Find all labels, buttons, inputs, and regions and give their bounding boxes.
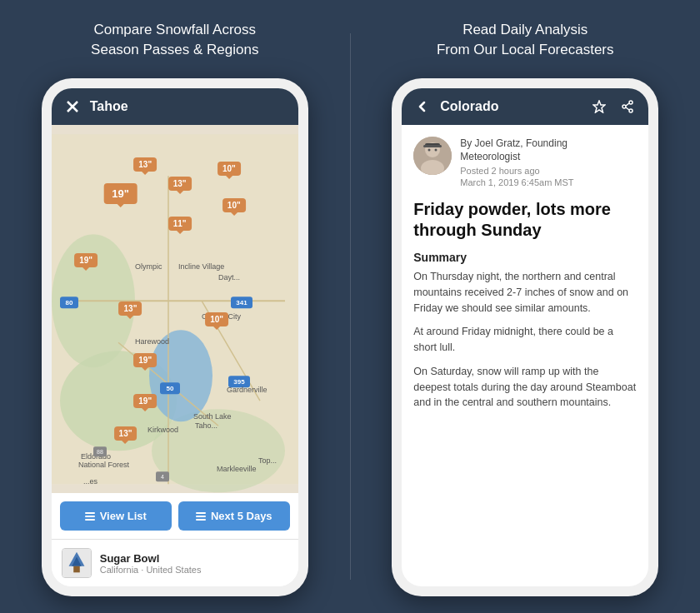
author-name: By Joel Gratz, Founding Meteorologist: [460, 137, 573, 165]
back-icon[interactable]: [413, 97, 432, 116]
right-topbar: Colorado: [402, 88, 648, 125]
marker-7: 19": [74, 253, 98, 267]
post-time: Posted 2 hours ago: [460, 166, 573, 176]
svg-point-5: [152, 409, 285, 492]
svg-text:88: 88: [97, 449, 103, 455]
svg-rect-42: [196, 512, 206, 514]
svg-line-54: [626, 107, 629, 110]
article-para-2: At around Friday midnight, there could b…: [413, 324, 637, 356]
author-meta: By Joel Gratz, Founding Meteorologist Po…: [460, 137, 573, 188]
author-row: By Joel Gratz, Founding Meteorologist Po…: [413, 137, 637, 188]
svg-line-53: [626, 103, 629, 106]
next-5-days-button[interactable]: Next 5 Days: [178, 501, 290, 531]
svg-text:...es: ...es: [83, 477, 98, 486]
right-phone: Colorado: [392, 78, 658, 596]
svg-point-52: [622, 105, 626, 108]
marker-6: 11": [168, 217, 192, 231]
svg-marker-49: [593, 101, 605, 112]
author-avatar: [413, 137, 452, 175]
left-topbar-title: Tahoe: [90, 99, 287, 114]
resort-name: Sugar Bowl: [100, 552, 202, 565]
marker-8: 13": [119, 302, 142, 316]
svg-rect-39: [85, 512, 95, 514]
svg-point-60: [428, 148, 431, 151]
view-list-button[interactable]: View List: [60, 501, 172, 531]
svg-text:Taho...: Taho...: [195, 421, 218, 430]
star-icon[interactable]: [590, 97, 608, 116]
right-panel: Read Daily Analysis From Our Local Forec…: [351, 0, 701, 613]
svg-rect-43: [196, 516, 206, 517]
svg-text:Dayt...: Dayt...: [218, 273, 240, 282]
svg-point-61: [435, 148, 438, 151]
close-icon[interactable]: [63, 97, 82, 116]
resort-location: California · United States: [100, 565, 202, 575]
svg-text:395: 395: [233, 378, 245, 386]
resort-info: Sugar Bowl California · United States: [100, 552, 202, 575]
right-panel-title: Read Daily Analysis From Our Local Forec…: [437, 20, 614, 60]
svg-rect-48: [73, 566, 80, 573]
resort-logo: [62, 548, 92, 578]
right-phone-screen: Colorado: [402, 88, 648, 586]
svg-text:Kirkwood: Kirkwood: [148, 426, 178, 434]
svg-text:National Forest: National Forest: [78, 461, 130, 469]
map-buttons: View List Next 5 Days: [52, 493, 298, 539]
marker-10: 19": [133, 353, 157, 367]
svg-rect-41: [85, 519, 95, 521]
svg-text:Gardnerville: Gardnerville: [227, 386, 268, 394]
left-phone: Tahoe: [42, 78, 308, 596]
left-panel: Compare Snowfall Across Season Passes & …: [0, 0, 350, 613]
summary-label: Summary: [413, 251, 637, 264]
marker-12: 13": [114, 426, 138, 441]
list-icon: [85, 512, 95, 521]
svg-rect-44: [196, 519, 206, 521]
marker-5: 10": [222, 198, 246, 212]
svg-text:341: 341: [236, 299, 248, 306]
marker-4: 10": [218, 162, 241, 176]
svg-rect-59: [423, 145, 442, 147]
calendar-icon: [196, 512, 206, 521]
article-content: By Joel Gratz, Founding Meteorologist Po…: [402, 125, 648, 586]
svg-text:Markleeville: Markleeville: [217, 465, 257, 473]
article-para-1: On Thursday night, the northern and cent…: [413, 269, 637, 316]
left-panel-title: Compare Snowfall Across Season Passes & …: [91, 20, 258, 60]
post-date: March 1, 2019 6:45am MST: [460, 177, 573, 187]
svg-text:4: 4: [161, 474, 164, 480]
svg-text:South Lake: South Lake: [193, 412, 232, 421]
svg-point-50: [629, 101, 632, 104]
article-para-3: On Saturday, snow will ramp up with the …: [413, 364, 637, 411]
marker-highlighted: 19": [103, 183, 138, 204]
marker-11: 19": [133, 394, 157, 408]
svg-rect-40: [85, 516, 95, 517]
svg-text:Harewood: Harewood: [135, 337, 169, 346]
resort-card[interactable]: Sugar Bowl California · United States: [52, 539, 298, 586]
svg-text:80: 80: [65, 299, 72, 306]
svg-point-51: [629, 109, 632, 112]
svg-text:Top...: Top...: [258, 456, 277, 465]
svg-text:Incline Village: Incline Village: [178, 262, 224, 271]
marker-9: 10": [205, 312, 228, 326]
map-container[interactable]: 80 341 395 50 Olympic Incline Village Da…: [52, 125, 298, 493]
topbar-actions: [590, 97, 637, 116]
share-icon[interactable]: [618, 97, 637, 116]
right-topbar-title: Colorado: [440, 99, 590, 114]
marker-2: 13": [133, 157, 157, 172]
svg-text:50: 50: [166, 385, 173, 392]
left-phone-screen: Tahoe: [52, 88, 298, 586]
left-topbar: Tahoe: [52, 88, 298, 125]
svg-text:Olympic: Olympic: [135, 262, 162, 271]
article-headline: Friday powder, lots more through Sunday: [413, 199, 637, 241]
marker-1: 13": [168, 177, 192, 191]
